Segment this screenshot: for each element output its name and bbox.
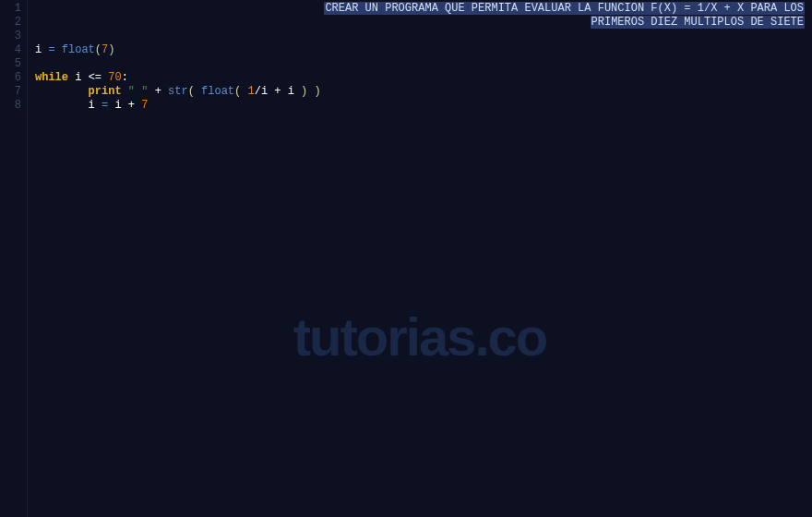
code-area[interactable]: CREAR·UN·PROGRAMA·QUE·PERMITA·EVALUAR·LA… [28,0,812,517]
code-line-7[interactable]: print " " + str( float( 1/i + i ) ) [35,85,812,99]
code-line-3[interactable] [35,30,812,43]
line-number: 7 [0,85,21,99]
line-number: 4 [0,43,21,57]
line-number: 8 [0,99,21,113]
line-number: 5 [0,57,21,71]
line-number-gutter: 1 2 3 4 5 6 7 8 [0,0,28,517]
line-number: 2 [0,16,21,30]
comment-block: CREAR·UN·PROGRAMA·QUE·PERMITA·EVALUAR·LA… [324,2,805,30]
code-editor[interactable]: 1 2 3 4 5 6 7 8 CREAR·UN·PROGRAMA·QUE·PE… [0,0,812,517]
line-number: 6 [0,71,21,85]
code-line-5[interactable] [35,57,812,71]
code-line-6[interactable]: while i <= 70: [35,71,812,85]
code-line-8[interactable]: i = i + 7 [35,99,812,113]
comment-line-1: CREAR·UN·PROGRAMA·QUE·PERMITA·EVALUAR·LA… [324,2,805,16]
line-number: 1 [0,2,21,16]
watermark-logo: tutorias.co [293,306,547,367]
code-line-4[interactable]: i = float(7) [35,43,812,57]
line-number: 3 [0,30,21,43]
comment-line-2: PRIMEROS·DIEZ·MULTIPLOS·DE·SIETE [324,16,805,30]
